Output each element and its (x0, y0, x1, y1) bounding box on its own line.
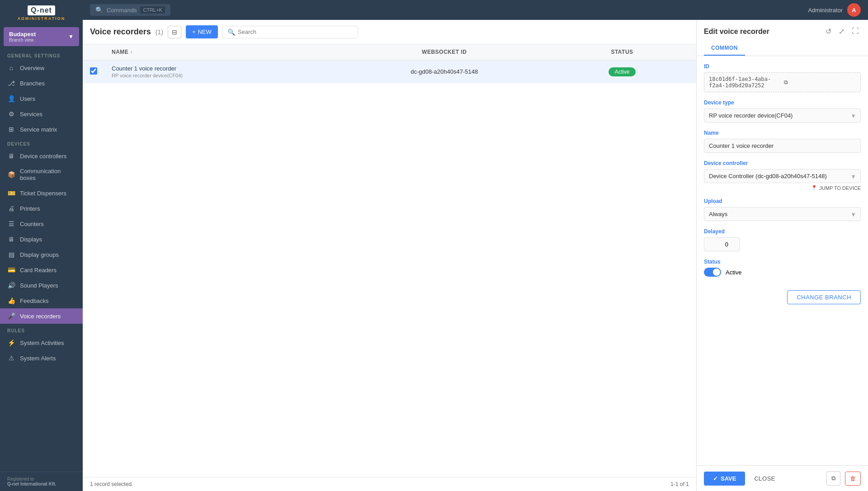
jump-to-device-link[interactable]: 📍 JUMP TO DEVICE (704, 185, 861, 191)
search-shortcut: CTRL+K (140, 6, 165, 14)
card-readers-icon: 💳 (7, 266, 15, 274)
sidebar-item-label: Sound Players (20, 282, 58, 289)
sidebar-item-feedbacks[interactable]: 👍 Feedbacks (0, 293, 83, 308)
sidebar-item-voice-recorders[interactable]: 🎤 Voice recorders (0, 308, 83, 324)
sidebar-item-counters[interactable]: ☰ Counters (0, 216, 83, 231)
table-row[interactable]: Counter 1 voice recorder RP voice record… (83, 60, 696, 83)
sidebar-item-card-readers[interactable]: 💳 Card Readers (0, 262, 83, 278)
delayed-label: Delayed (704, 228, 861, 235)
sidebar-item-printers[interactable]: 🖨 Printers (0, 201, 83, 216)
status-label: Status (704, 259, 861, 265)
services-icon: ⚙ (7, 110, 15, 118)
topbar-search[interactable]: 🔍 Commands CTRL+K (90, 4, 170, 16)
delayed-input[interactable] (704, 237, 740, 251)
duplicate-button[interactable]: ⧉ (826, 471, 840, 486)
branch-selector[interactable]: Budapest Branch view ▼ (4, 27, 79, 46)
printers-icon: 🖨 (7, 205, 15, 212)
copy-icon[interactable]: ⧉ (784, 79, 856, 85)
search-box[interactable]: 🔍 (222, 26, 358, 38)
main-wrapper: 🔍 Commands CTRL+K Administrator A Voice … (83, 0, 868, 491)
system-alerts-icon: ⚠ (7, 354, 15, 362)
device-controller-select-wrap: Device Controller (dc-gd08-a20h40s47-514… (704, 169, 861, 183)
delete-button[interactable]: 🗑 (845, 472, 861, 486)
sidebar-item-overview[interactable]: ⌂ Overview (0, 60, 83, 76)
service-matrix-icon: ⊞ (7, 126, 15, 133)
sidebar-item-sound-players[interactable]: 🔊 Sound Players (0, 278, 83, 293)
sidebar-item-branches[interactable]: ⎇ Branches (0, 76, 83, 91)
device-controllers-icon: 🖥 (7, 152, 15, 160)
devices-label: DEVICES (0, 137, 83, 148)
sidebar-item-device-controllers[interactable]: 🖥 Device controllers (0, 148, 83, 164)
th-websocket[interactable]: WEBSOCKET ID (341, 44, 548, 60)
location-icon: 📍 (811, 185, 817, 191)
form-group-device-controller: Device controller Device Controller (dc-… (704, 160, 861, 191)
sidebar-item-label: Displays (20, 236, 42, 243)
edit-tabs: COMMON (704, 41, 861, 56)
sidebar-item-label: Device controllers (20, 153, 66, 160)
list-footer: 1 record selected. 1-1 of 1 (83, 477, 696, 491)
sidebar-item-communication-boxes[interactable]: 📦 Communication boxes (0, 164, 83, 185)
device-type-select-wrap: RP voice recorder device(CF04) ▼ (704, 109, 861, 123)
save-button[interactable]: ✓ SAVE (704, 472, 745, 486)
sidebar-item-services[interactable]: ⚙ Services (0, 106, 83, 122)
edit-panel-actions: ↺ ⤢ ⛶ (824, 26, 861, 37)
change-branch-container: CHANGE BRANCH (704, 290, 861, 304)
status-toggle[interactable] (704, 268, 721, 277)
search-input[interactable] (238, 28, 353, 35)
device-controller-select[interactable]: Device Controller (dc-gd08-a20h40s47-514… (704, 169, 861, 183)
upload-select[interactable]: Always (704, 207, 861, 221)
sidebar-item-service-matrix[interactable]: ⊞ Service matrix (0, 122, 83, 137)
sidebar-item-system-activities[interactable]: ⚡ System Activities (0, 335, 83, 350)
change-branch-button[interactable]: CHANGE BRANCH (787, 290, 861, 304)
status-badge: Active (609, 67, 636, 76)
form-group-delayed: Delayed (704, 228, 861, 251)
system-activities-icon: ⚡ (7, 339, 15, 346)
sidebar-item-label: Printers (20, 205, 40, 212)
sidebar-item-displays[interactable]: 🖥 Displays (0, 231, 83, 247)
sidebar-item-display-groups[interactable]: ▤ Display groups (0, 247, 83, 262)
row-checkbox[interactable] (90, 67, 97, 75)
close-button[interactable]: CLOSE (750, 472, 780, 486)
trash-icon: 🗑 (850, 475, 856, 482)
status-row: Active (704, 268, 861, 277)
jump-to-device-label: JUMP TO DEVICE (819, 185, 861, 191)
plus-icon: + (192, 28, 196, 35)
form-group-upload: Upload Always ▼ (704, 198, 861, 221)
edit-panel-title-row: Edit voice recorder ↺ ⤢ ⛶ (704, 26, 861, 37)
edit-panel-footer: ✓ SAVE CLOSE ⧉ 🗑 (697, 465, 868, 491)
footer-selected: 1 record selected. (90, 481, 133, 487)
sidebar-item-users[interactable]: 👤 Users (0, 91, 83, 106)
th-name[interactable]: NAME ↑ (104, 44, 341, 60)
sidebar-item-label: Counters (20, 221, 44, 227)
sidebar-item-ticket-dispensers[interactable]: 🎫 Ticket Dispensers (0, 185, 83, 201)
check-icon: ✓ (713, 475, 718, 482)
expand-icon[interactable]: ⛶ (850, 26, 861, 37)
device-type-select[interactable]: RP voice recorder device(CF04) (704, 109, 861, 123)
history-icon[interactable]: ↺ (824, 26, 833, 37)
upload-label: Upload (704, 198, 861, 204)
form-group-status: Status Active (704, 259, 861, 277)
sidebar-item-label: System Activities (20, 340, 64, 346)
filter-button[interactable]: ⊟ (168, 26, 181, 38)
edit-panel-header: Edit voice recorder ↺ ⤢ ⛶ COMMON (697, 20, 868, 56)
general-settings-label: GENERAL SETTINGS (0, 49, 83, 60)
row-websocket-cell: dc-gd08-a20h40s47-5148 (341, 60, 548, 83)
save-label: SAVE (721, 475, 736, 482)
websocket-id: dc-gd08-a20h40s47-5148 (410, 68, 478, 75)
sidebar-item-label: Voice recorders (20, 313, 61, 320)
th-status[interactable]: STATUS (548, 44, 696, 60)
list-header: Voice recorders (1) ⊟ + NEW 🔍 (83, 20, 696, 44)
new-button[interactable]: + NEW (186, 25, 218, 38)
row-checkbox-cell[interactable] (83, 60, 104, 83)
device-sub: RP voice recorder device(CF04) (112, 73, 334, 78)
sidebar-footer: Registered to Q-net International Kft. (0, 472, 83, 491)
sidebar-item-system-alerts[interactable]: ⚠ System Alerts (0, 350, 83, 366)
sidebar-logo: Q-net ADMINISTRATION (0, 0, 83, 24)
duplicate-icon: ⧉ (831, 475, 835, 482)
logo-text: Q-net (28, 5, 55, 15)
toggle-slider (704, 268, 721, 277)
branch-name: Budapest (9, 31, 36, 38)
tab-common[interactable]: COMMON (704, 41, 745, 56)
name-input[interactable] (704, 139, 861, 153)
share-icon[interactable]: ⤢ (837, 26, 846, 37)
